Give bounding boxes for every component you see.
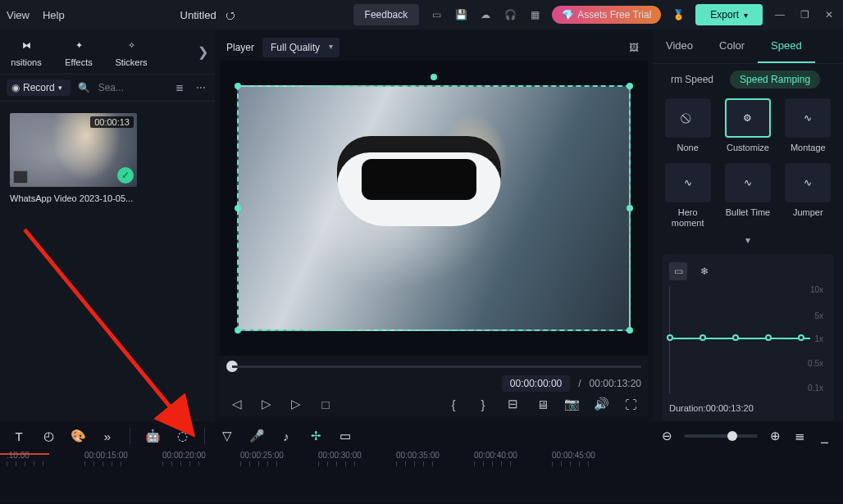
prev-frame-button[interactable]: ◁ [230, 397, 244, 411]
crop-tool-icon[interactable]: ◴ [41, 429, 56, 443]
cloud-icon[interactable]: ☁ [478, 7, 493, 22]
clip-duration: 00:00:13 [90, 116, 134, 128]
preset-none[interactable]: ⃠None [663, 98, 713, 153]
timecode-total: 00:00:13:20 [590, 378, 641, 389]
tab-video[interactable]: Video [653, 30, 706, 63]
tab-speed[interactable]: Speed [758, 30, 815, 63]
video-type-icon [13, 170, 28, 184]
text-tool-icon[interactable]: T [11, 429, 26, 443]
record-dropdown[interactable]: ◉ Record ▾ [7, 79, 71, 96]
quality-dropdown[interactable]: Full Quality [262, 38, 339, 57]
more-tools-icon[interactable]: » [100, 429, 115, 443]
tab-effects[interactable]: ✦Effects [52, 36, 105, 67]
player-scrubber[interactable] [226, 357, 641, 375]
search-icon: 🔍 [77, 80, 92, 95]
zoom-slider[interactable] [684, 434, 758, 438]
feedback-button[interactable]: Feedback [353, 4, 420, 25]
window-close[interactable]: ✕ [822, 7, 836, 22]
headphones-icon[interactable]: 🎧 [503, 7, 517, 22]
uniform-speed-tab[interactable]: rm Speed [661, 70, 723, 89]
project-title: Untitled [180, 9, 216, 21]
tab-transitions[interactable]: ⧓nsitions [0, 36, 52, 67]
ratio-icon[interactable]: ⊟ [505, 397, 520, 411]
play-clip-button[interactable]: ▷ [289, 397, 303, 411]
player-label: Player [226, 42, 254, 53]
cloud-sync-icon[interactable]: ⭯ [223, 7, 238, 22]
brace-left-icon[interactable]: { [446, 397, 461, 411]
window-restore[interactable]: ❐ [797, 7, 812, 22]
render-tool-icon[interactable]: ▭ [338, 429, 353, 443]
camera-icon[interactable]: 📷 [564, 397, 579, 411]
timecode-current[interactable]: 00:00:00:00 [502, 375, 570, 392]
preview-viewport[interactable] [220, 61, 648, 356]
ai-tool-icon[interactable]: 🤖 [145, 429, 160, 443]
freeze-frame-button[interactable]: ❄ [695, 262, 713, 280]
palette-tool-icon[interactable]: 🎨 [71, 429, 85, 443]
bullet-icon: ∿ [744, 177, 752, 188]
volume-icon[interactable]: 🔊 [594, 397, 608, 411]
filter-icon[interactable]: ≣ [172, 80, 187, 95]
achievement-icon[interactable]: 🏅 [671, 7, 686, 22]
clip-name: WhatsApp Video 2023-10-05... [10, 193, 137, 203]
duration-value: 00:00:13:20 [706, 403, 754, 413]
play-button[interactable]: ▷ [259, 397, 274, 411]
preset-hero[interactable]: ∿Hero moment [663, 163, 713, 229]
music-tool-icon[interactable]: ♪ [279, 429, 294, 443]
media-clip[interactable]: 00:00:13 ✓ WhatsApp Video 2023-10-05... [10, 113, 137, 203]
auto-tool-icon[interactable]: ✢ [308, 429, 323, 443]
save-icon[interactable]: 💾 [453, 7, 468, 22]
jumper-icon: ∿ [804, 177, 812, 188]
search-input[interactable] [98, 82, 144, 93]
speed-ramping-tab[interactable]: Speed Ramping [730, 70, 820, 89]
speed-curve-graph[interactable]: 10x 5x 1x 0.5x 0.1x [669, 287, 827, 393]
preset-bullet[interactable]: ∿Bullet Time [722, 163, 772, 229]
menu-view[interactable]: View [7, 9, 30, 21]
brace-right-icon[interactable]: } [476, 397, 490, 411]
preset-customize[interactable]: ⚙Customize [722, 98, 772, 153]
window-minimize[interactable]: — [772, 7, 787, 22]
montage-icon: ∿ [804, 112, 812, 124]
timeline-view-icon[interactable]: ≣ [792, 429, 807, 443]
snapshot-icon[interactable]: 🖼 [627, 40, 641, 55]
tabs-scroll-right[interactable]: ❯ [198, 44, 208, 60]
assets-trial-pill[interactable]: 💎 Assets Free Trial [552, 6, 661, 24]
transitions-icon: ⧓ [17, 36, 35, 54]
customize-icon: ⚙ [743, 112, 752, 124]
timeline-settings-icon[interactable]: ⎯ [817, 429, 832, 443]
export-button[interactable]: Export ▾ [695, 4, 763, 25]
effects-icon: ✦ [70, 36, 88, 54]
hero-icon: ∿ [684, 177, 692, 188]
stop-button[interactable]: □ [318, 397, 333, 411]
preset-montage[interactable]: ∿Montage [783, 98, 833, 153]
tab-stickers[interactable]: ✧Stickers [105, 36, 157, 67]
clip-added-check-icon: ✓ [117, 167, 134, 184]
zoom-in-button[interactable]: ⊕ [768, 429, 782, 443]
fullscreen-icon[interactable]: ⛶ [623, 397, 638, 411]
apps-icon[interactable]: ▦ [527, 7, 542, 22]
speed-tool-icon[interactable]: ◌ [175, 429, 189, 443]
duration-label: Duration: [669, 403, 706, 413]
stickers-icon: ✧ [122, 36, 140, 54]
delete-keyframe-button[interactable]: ▭ [669, 262, 687, 280]
timeline-ruler[interactable]: :10:00 00:00:15:00 00:00:20:00 00:00:25:… [0, 451, 843, 466]
monitor-icon[interactable]: ▭ [429, 7, 444, 22]
presets-expand[interactable]: ▾ [653, 233, 843, 247]
menu-help[interactable]: Help [43, 9, 65, 21]
marker-tool-icon[interactable]: ▽ [220, 429, 235, 443]
mic-tool-icon[interactable]: 🎤 [249, 429, 264, 443]
zoom-out-button[interactable]: ⊖ [659, 429, 674, 443]
preset-jumper[interactable]: ∿Jumper [783, 163, 833, 229]
display-icon[interactable]: 🖥 [535, 397, 549, 411]
tab-color[interactable]: Color [706, 30, 758, 63]
more-icon[interactable]: ⋯ [194, 80, 208, 95]
